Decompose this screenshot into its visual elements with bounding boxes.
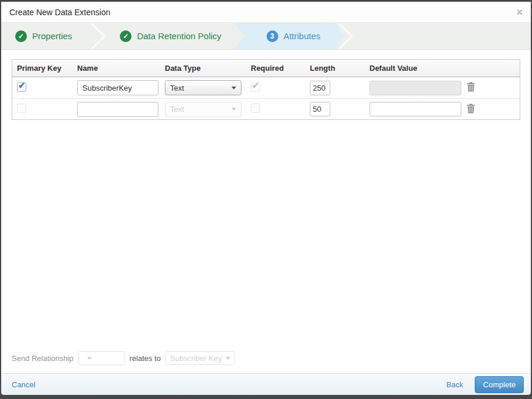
length-input[interactable]	[310, 81, 330, 95]
trash-icon	[467, 104, 475, 113]
default-value-input	[369, 81, 461, 95]
step-separator-chevron-icon	[333, 23, 353, 49]
required-checkbox	[251, 82, 260, 92]
delete-row-button[interactable]	[467, 82, 475, 92]
trash-icon	[467, 82, 475, 92]
footer-actions: Back Complete	[446, 376, 524, 393]
length-input[interactable]	[310, 102, 330, 116]
wizard-steps: ✓ Properties ✓ Data Retention Policy 3 A…	[1, 23, 531, 50]
create-data-extension-modal: Create New Data Extension × ✓ Properties…	[1, 2, 531, 395]
header-default-value: Default Value	[369, 64, 467, 73]
relates-to-select: Subscriber Key	[165, 351, 235, 365]
modal-frame: Create New Data Extension × ✓ Properties…	[0, 0, 532, 399]
step-label: Properties	[32, 31, 72, 41]
default-value-input[interactable]	[369, 102, 461, 116]
modal-title: Create New Data Extension	[9, 8, 110, 17]
primary-key-checkbox[interactable]	[17, 104, 26, 113]
required-checkbox[interactable]	[251, 104, 260, 113]
close-icon[interactable]: ×	[516, 7, 523, 18]
header-name: Name	[77, 64, 165, 73]
caret-down-icon	[232, 108, 236, 111]
step-properties[interactable]: ✓ Properties	[1, 23, 86, 49]
cancel-link[interactable]: Cancel	[12, 380, 35, 389]
content-spacer	[12, 120, 520, 349]
header-required: Required	[251, 64, 310, 73]
name-input[interactable]	[77, 80, 158, 95]
send-relationship-label: Send Relationship	[12, 354, 74, 363]
caret-down-icon	[87, 357, 92, 360]
delete-row-button[interactable]	[467, 104, 475, 113]
back-link[interactable]: Back	[446, 380, 463, 389]
modal-footer: Cancel Back Complete	[1, 373, 531, 395]
attribute-row: Text	[12, 77, 520, 98]
data-type-value: Text	[170, 84, 184, 92]
step-data-retention-policy[interactable]: ✓ Data Retention Policy	[106, 23, 235, 49]
modal-title-bar: Create New Data Extension ×	[1, 2, 531, 23]
complete-button[interactable]: Complete	[475, 376, 524, 393]
name-input[interactable]	[77, 102, 158, 117]
caret-down-icon	[232, 87, 236, 90]
data-type-select: Text	[165, 102, 241, 117]
header-length: Length	[310, 64, 369, 73]
data-type-select[interactable]: Text	[165, 80, 241, 95]
step-number-badge: 3	[267, 30, 278, 42]
relates-to-label: relates to	[130, 354, 161, 363]
send-relationship-row: Send Relationship relates to Subscriber …	[12, 349, 520, 373]
caret-down-icon	[226, 357, 230, 360]
step-label: Data Retention Policy	[137, 31, 221, 41]
header-primary-key: Primary Key	[17, 64, 77, 73]
primary-key-checkbox[interactable]	[17, 82, 26, 92]
step-label: Attributes	[284, 31, 320, 41]
modal-content: Primary Key Name Data Type Required Leng…	[1, 50, 531, 373]
step-separator-chevron-icon	[86, 23, 106, 49]
relates-to-value: Subscriber Key	[170, 354, 222, 363]
send-relationship-select	[78, 351, 125, 365]
attribute-row: Text	[12, 98, 520, 119]
attributes-table: Primary Key Name Data Type Required Leng…	[12, 59, 520, 120]
check-circle-icon: ✓	[120, 30, 132, 42]
check-circle-icon: ✓	[15, 30, 27, 42]
table-header-row: Primary Key Name Data Type Required Leng…	[12, 60, 520, 77]
data-type-value: Text	[170, 105, 184, 113]
header-data-type: Data Type	[165, 64, 251, 73]
